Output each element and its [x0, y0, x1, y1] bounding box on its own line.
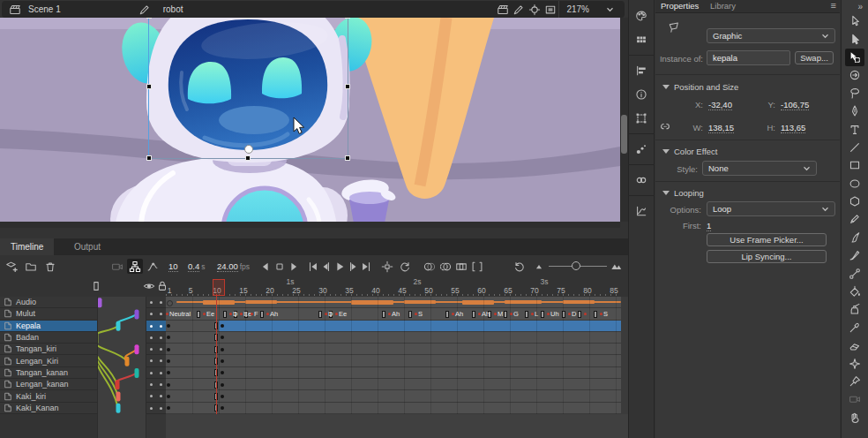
motion-editor-panel-icon[interactable]	[631, 200, 652, 222]
visibility-dot[interactable]	[150, 372, 153, 374]
timeline-ruler[interactable]: 15101520253035404550556065707580851s2s3s	[166, 276, 628, 298]
transform-panel-icon[interactable]	[631, 108, 652, 129]
visibility-dot[interactable]	[150, 325, 153, 328]
transform-handle[interactable]	[146, 84, 152, 89]
lock-dot[interactable]	[160, 372, 162, 374]
paint-brush-tool[interactable]	[845, 229, 864, 246]
first-frame-value[interactable]: 1	[707, 221, 711, 231]
line-tool[interactable]	[845, 139, 864, 156]
width-value[interactable]: 138,15	[708, 123, 734, 133]
layer-eye-lock-row[interactable]	[146, 379, 167, 390]
tab-timeline[interactable]: Timeline	[0, 238, 54, 255]
transform-handle[interactable]	[245, 155, 251, 161]
lock-dot[interactable]	[160, 359, 162, 362]
lock-dot[interactable]	[160, 383, 162, 386]
visibility-dot[interactable]	[150, 336, 153, 339]
collapse-panel-icon[interactable]: »	[857, 2, 863, 12]
info-panel-icon[interactable]	[631, 84, 652, 105]
edit-symbols-button[interactable]	[511, 3, 527, 17]
selection-tool[interactable]	[845, 12, 864, 30]
lock-dot[interactable]	[160, 395, 162, 397]
frame-row-kaki_kanan[interactable]	[166, 403, 621, 414]
elapsed-time-counter[interactable]: 0.4 s	[188, 261, 205, 271]
free-transform-tool[interactable]	[845, 49, 864, 66]
stage-vertical-scrollbar[interactable]	[620, 18, 628, 222]
layer-row-kepala[interactable]: Kepala	[0, 321, 97, 332]
frame-row-audio[interactable]	[166, 297, 621, 308]
center-frame-button[interactable]	[379, 259, 395, 274]
style-dropdown[interactable]: None	[702, 161, 817, 176]
hand-tool[interactable]	[845, 409, 864, 427]
frame-row-mulut[interactable]: NeutralEeDEeFAhDEeAhSAhAhMGLUhDS	[166, 308, 621, 320]
ink-bottle-tool[interactable]	[845, 300, 864, 318]
new-folder-button[interactable]	[23, 259, 39, 274]
text-tool[interactable]	[845, 120, 864, 138]
frame-row-badan[interactable]	[166, 332, 621, 344]
tab-output[interactable]: Output	[64, 238, 111, 255]
shrink-frames-button[interactable]	[531, 259, 547, 274]
gradient-transform-tool[interactable]	[845, 66, 864, 84]
oval-tool[interactable]	[845, 175, 864, 193]
graph-view-button[interactable]	[145, 259, 161, 274]
instance-name-field[interactable]: kepala	[707, 50, 790, 65]
frame-row-kaki_kiri[interactable]	[166, 390, 621, 402]
align-panel-icon[interactable]	[631, 60, 652, 81]
current-frame-counter[interactable]: 10	[168, 261, 178, 271]
brush-library-panel-icon[interactable]	[631, 139, 652, 160]
height-value[interactable]: 113,65	[781, 123, 805, 133]
breadcrumb-symbol[interactable]: robot	[163, 4, 183, 14]
tab-library[interactable]: Library	[710, 1, 736, 11]
layer-eye-lock-row[interactable]	[146, 332, 167, 344]
cc-libraries-panel-icon[interactable]	[631, 170, 652, 191]
next-frame-button[interactable]	[286, 259, 302, 274]
camera-toggle-button[interactable]	[109, 259, 125, 274]
center-stage-button[interactable]	[527, 3, 542, 17]
section-looping[interactable]: Looping	[662, 188, 704, 198]
lock-dot[interactable]	[160, 301, 162, 304]
pin-tool[interactable]	[845, 373, 864, 390]
pen-tool[interactable]	[845, 102, 864, 120]
y-value[interactable]: -106,75	[781, 100, 809, 110]
swap-button[interactable]: Swap...	[795, 51, 834, 64]
constrain-proportions-icon[interactable]	[659, 120, 671, 132]
visibility-dot[interactable]	[150, 395, 153, 397]
scrollbar-thumb[interactable]	[621, 115, 627, 154]
layer-eye-lock-row[interactable]	[146, 297, 167, 308]
layer-row-tangan_kanan[interactable]: Tangan_kanan	[0, 367, 97, 379]
playhead[interactable]	[213, 279, 225, 296]
transformation-point[interactable]	[244, 145, 253, 154]
frame-row-kepala[interactable]	[166, 321, 621, 332]
visibility-dot[interactable]	[150, 359, 153, 362]
delete-layer-button[interactable]	[42, 259, 58, 274]
symbol-type-dropdown[interactable]: Graphic	[707, 28, 835, 43]
asset-warp-tool[interactable]	[845, 354, 864, 372]
section-position-and-size[interactable]: Position and Size	[662, 82, 738, 92]
clip-menu-icon[interactable]	[495, 3, 511, 17]
panel-menu-icon[interactable]: ≡	[831, 0, 836, 11]
swatches-panel-icon[interactable]	[631, 29, 652, 50]
color-panel-icon[interactable]	[631, 5, 652, 26]
collapse-triangle-icon[interactable]	[662, 191, 670, 195]
layer-eye-lock-row[interactable]	[146, 355, 167, 366]
layer-parenting-column[interactable]	[97, 297, 146, 414]
transform-handle[interactable]	[345, 155, 350, 161]
lock-dot[interactable]	[160, 313, 162, 315]
layer-row-lengan_kiri[interactable]: Lengan_Kiri	[0, 355, 97, 366]
rectangle-tool[interactable]	[845, 156, 864, 174]
selection-bounding-box[interactable]	[148, 15, 348, 159]
transform-handle[interactable]	[146, 155, 152, 161]
visibility-dot[interactable]	[150, 313, 153, 315]
layer-row-kaki_kiri[interactable]: Kaki_kiri	[0, 390, 97, 402]
eraser-tool[interactable]	[845, 336, 864, 354]
collapse-triangle-icon[interactable]	[662, 149, 670, 154]
loop-options-dropdown[interactable]: Loop	[707, 201, 835, 216]
frame-row-tangan_kanan[interactable]	[166, 367, 621, 379]
collapse-triangle-icon[interactable]	[662, 85, 670, 89]
frame-rate-counter[interactable]: 24.00 fps	[217, 261, 250, 271]
layer-row-tangan_kiri[interactable]: Tangan_kiri	[0, 344, 97, 355]
playhead-line[interactable]	[216, 294, 217, 414]
bone-tool[interactable]	[845, 264, 864, 282]
layer-eye-lock-row[interactable]	[146, 367, 167, 379]
edit-multiple-frames-button[interactable]	[453, 259, 469, 274]
section-color-effect[interactable]: Color Effect	[662, 147, 717, 156]
